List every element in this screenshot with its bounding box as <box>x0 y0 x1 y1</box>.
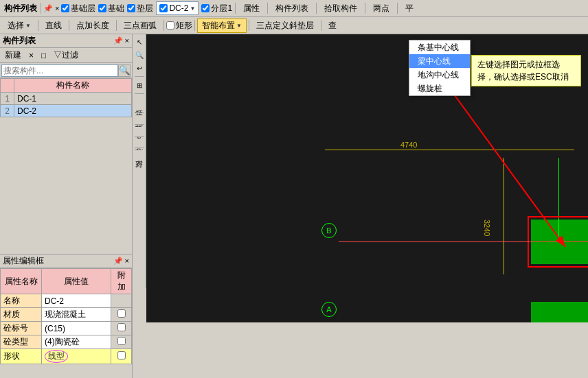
pin-icon: 📌 <box>43 4 53 13</box>
align-btn[interactable]: 对齐 <box>133 150 146 157</box>
select-tool-btn[interactable]: ↖ <box>133 36 146 48</box>
shape-checkbox[interactable] <box>117 351 126 359</box>
green-rect-3 <box>531 302 588 322</box>
search-button[interactable]: 🔍 <box>118 64 131 77</box>
type-checkbox[interactable] <box>117 337 126 345</box>
prop-row-shape: 形状 线型 <box>1 349 132 364</box>
prop-material-value[interactable]: 现浇混凝土 <box>42 308 111 322</box>
component-toolbar: 新建 × □ ▽过滤 <box>0 48 132 63</box>
search-input[interactable] <box>1 64 118 77</box>
prop-name-value[interactable]: DC-2 <box>42 294 111 308</box>
prop-grade-extra[interactable] <box>111 322 132 335</box>
shape-circle-label: 线型 <box>45 350 68 363</box>
liang-dian-btn[interactable]: 两点 <box>368 1 394 16</box>
panel-close-icon[interactable]: × <box>125 36 129 45</box>
tooltip-text: 左键选择图元或拉框选择，确认选择或ESC取消 <box>477 60 569 82</box>
merge-btn[interactable]: 合并 <box>133 127 146 134</box>
close-top-icon: × <box>55 4 59 12</box>
prop-grade-value[interactable]: (C15) <box>42 322 111 335</box>
panel-title: 构件列表 <box>3 35 36 47</box>
ti-goujian-btn[interactable]: 拾取构件 <box>319 1 362 16</box>
layer-dian-ceng[interactable]: 垫层 <box>127 3 153 14</box>
prop-row-grade: 砼标号 (C15) <box>1 322 132 335</box>
tooltip-box: 左键选择图元或拉框选择，确认选择或ESC取消 <box>471 55 581 86</box>
prop-type-label: 砼类型 <box>1 335 42 349</box>
property-editor-panel: 属性编辑框 📌 × 属性名称 属性值 附加 名称 DC-2 材质 现浇混凝土 <box>0 254 133 378</box>
prop-row-name: 名称 DC-2 <box>1 294 132 308</box>
material-checkbox[interactable] <box>117 309 126 318</box>
prop-shape-extra[interactable] <box>111 349 132 364</box>
shuxing-btn[interactable]: 属性 <box>238 1 264 16</box>
grid-btn[interactable]: ⊞ <box>133 79 146 91</box>
dim-hline <box>325 150 574 150</box>
sanceng-huanhu-btn[interactable]: 三点画弧 <box>119 19 161 33</box>
grade-checkbox[interactable] <box>117 323 126 331</box>
layer-jichu-ceng[interactable]: 基础层 <box>61 3 95 14</box>
undo-btn[interactable]: ↩ <box>133 62 146 74</box>
zoom-btn[interactable]: 🔍 <box>133 49 146 61</box>
table-row[interactable]: 1 DC-1 <box>1 93 132 105</box>
goujian-liebiao-btn[interactable]: 构件列表 <box>271 1 313 16</box>
split-btn[interactable]: 分割 <box>133 139 146 145</box>
new-component-btn[interactable]: 新建 <box>1 49 25 62</box>
component-list-panel: 构件列表 📌 × 新建 × □ ▽过滤 🔍 构件名称 1 DC-1 2 <box>0 34 133 288</box>
prop-name-label: 名称 <box>1 294 42 308</box>
prop-grade-label: 砼标号 <box>1 322 42 335</box>
property-close-icon[interactable]: × <box>125 257 129 265</box>
dian-jiachang-btn[interactable]: 点加长度 <box>71 19 114 33</box>
menu-beam-centerline[interactable]: 梁中心线 <box>409 54 470 68</box>
prop-shape-label: 形状 <box>1 349 42 364</box>
property-pin-icon[interactable]: 📌 <box>113 257 123 265</box>
col-num <box>1 79 14 93</box>
panel-header: 构件列表 📌 × <box>0 34 132 48</box>
prop-col-extra: 附加 <box>111 269 132 294</box>
prop-type-extra[interactable] <box>111 335 132 349</box>
panel-toggle-left: 构件列表 <box>3 3 38 14</box>
menu-spiral-pile[interactable]: 螺旋桩 <box>409 82 470 95</box>
prop-row-type: 砼类型 (4)陶瓷砼 <box>1 335 132 349</box>
xuanze-btn[interactable]: 选择 ▼ <box>3 19 36 33</box>
search-row: 🔍 <box>0 63 132 78</box>
filter-btn[interactable]: ▽过滤 <box>50 49 82 62</box>
layer-fenceng1[interactable]: 分层1 <box>201 3 232 14</box>
row-name-1: DC-1 <box>14 93 132 105</box>
ping-btn[interactable]: 平 <box>400 1 418 16</box>
prop-material-extra[interactable] <box>111 308 132 322</box>
label-a-circle: A <box>321 302 337 317</box>
copy-component-btn[interactable]: □ <box>38 49 49 62</box>
row-name-2: DC-2 <box>14 105 132 117</box>
juxing-check[interactable]: 矩形 <box>166 20 192 32</box>
layer-jichu[interactable]: 基础 <box>98 3 124 14</box>
zhineng-buzhi-btn[interactable]: 智能布置 ▼ <box>197 19 247 33</box>
dim-4740: 4740 <box>400 141 417 149</box>
sanceng-dingyi-btn[interactable]: 三点定义斜垫层 <box>251 19 319 33</box>
dim-3240: 3240 <box>483 220 491 236</box>
trim-btn[interactable]: 修剪 <box>133 104 146 110</box>
chaxun-btn[interactable]: 查 <box>324 19 341 33</box>
vertical-toolbar: ↖ 🔍 ↩ ⊞ 延伸 修剪 打断 合并 分割 对齐 <box>133 34 146 288</box>
zhixian-btn[interactable]: 直线 <box>41 19 67 33</box>
property-table: 属性名称 属性值 附加 名称 DC-2 材质 现浇混凝土 砼标号 (C15) <box>0 268 132 364</box>
delete-component-btn[interactable]: × <box>25 49 37 62</box>
prop-col-name: 属性名称 <box>1 269 42 294</box>
break-btn[interactable]: 打断 <box>133 115 146 122</box>
zhineng-buzhi-menu: 条基中心线 梁中心线 地沟中心线 螺旋桩 <box>409 40 471 96</box>
row-num-1: 1 <box>1 93 14 105</box>
component-table: 构件名称 1 DC-1 2 DC-2 <box>0 78 132 117</box>
dim-vline <box>504 158 504 274</box>
prop-shape-value[interactable]: 线型 <box>42 349 111 364</box>
prop-name-extra <box>111 294 132 308</box>
menu-ditch-centerline[interactable]: 地沟中心线 <box>409 68 470 82</box>
prop-type-value[interactable]: (4)陶瓷砼 <box>42 335 111 349</box>
prop-material-label: 材质 <box>1 308 42 322</box>
panel-pin-icon[interactable]: 📌 <box>113 36 123 45</box>
layer-dc2-dropdown[interactable]: DC-2 ▼ <box>156 1 199 15</box>
label-b-circle: B <box>321 223 337 238</box>
col-name: 构件名称 <box>14 79 132 93</box>
property-panel-title: 属性编辑框 <box>3 255 44 267</box>
extend-btn[interactable]: 延伸 <box>133 96 146 103</box>
prop-col-value: 属性值 <box>42 269 111 294</box>
menu-strip-centerline[interactable]: 条基中心线 <box>409 40 470 54</box>
table-row-selected[interactable]: 2 DC-2 <box>1 105 132 117</box>
h-center-line <box>339 241 588 242</box>
